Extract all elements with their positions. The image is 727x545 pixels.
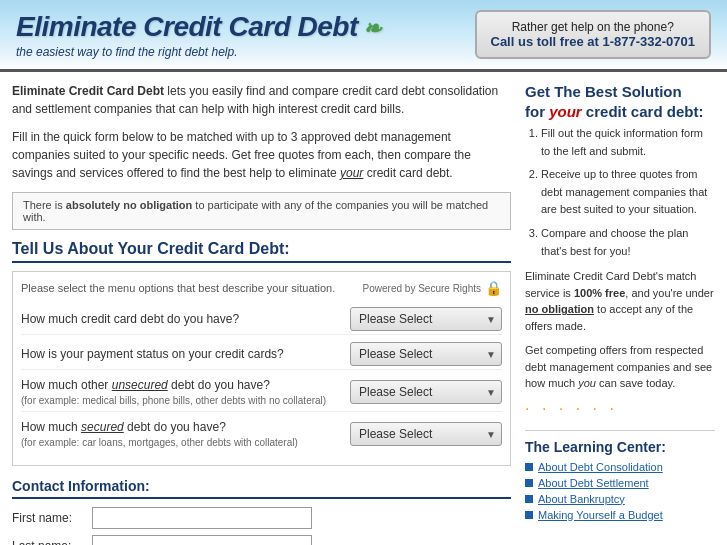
debt-amount-select[interactable]: Please Select: [350, 307, 502, 331]
secured-debt-sublabel: (for example: car loans, mortgages, othe…: [21, 436, 342, 450]
secure-badge: Powered by Secure Rights 🔒: [363, 280, 502, 296]
logo-leaf: ❧: [358, 16, 381, 41]
debt-form: Please select the menu options that best…: [12, 271, 511, 466]
step-3: Compare and choose the plan that's best …: [541, 225, 715, 260]
first-name-input[interactable]: [92, 507, 312, 529]
link-debt-consolidation[interactable]: About Debt Consolidation: [538, 461, 663, 473]
debt-amount-row: How much credit card debt do you have? P…: [21, 304, 502, 335]
intro-bold: Eliminate Credit Card Debt: [12, 84, 164, 98]
intro-paragraph1: Eliminate Credit Card Debt lets you easi…: [12, 82, 511, 118]
main-layout: Eliminate Credit Card Debt lets you easi…: [0, 72, 727, 545]
link-debt-settlement[interactable]: About Debt Settlement: [538, 477, 649, 489]
unsecured-debt-sublabel: (for example: medical bills, phone bills…: [21, 394, 342, 408]
match-info: Eliminate Credit Card Debt's match servi…: [525, 268, 715, 334]
list-item: About Bankruptcy: [525, 493, 715, 505]
payment-status-select[interactable]: Please Select: [350, 342, 502, 366]
lock-icon: 🔒: [485, 280, 502, 296]
debt-amount-label: How much credit card debt do you have?: [21, 311, 350, 328]
match-info-2: Get competing offers from respected debt…: [525, 342, 715, 392]
payment-status-select-wrapper: Please Select ▼: [350, 342, 502, 366]
unsecured-debt-label: How much other unsecured debt do you hav…: [21, 377, 350, 408]
last-name-label: Last name:: [12, 539, 92, 545]
phone-number: Call us toll free at 1-877-332-0701: [491, 34, 696, 49]
payment-status-label: How is your payment status on your credi…: [21, 346, 350, 363]
form-hint: Please select the menu options that best…: [21, 282, 335, 294]
logo-subtitle: the easiest way to find the right debt h…: [16, 45, 381, 59]
contact-title: Contact Information:: [12, 478, 511, 499]
step-2: Receive up to three quotes from debt man…: [541, 166, 715, 219]
best-solution-box: Get The Best Solution for your credit ca…: [525, 82, 715, 418]
logo-title: Eliminate Credit Card Debt ❧: [16, 11, 381, 43]
link-bankruptcy[interactable]: About Bankruptcy: [538, 493, 625, 505]
form-section-title: Tell Us About Your Credit Card Debt:: [12, 240, 511, 263]
phone-line1: Rather get help on the phone?: [491, 20, 696, 34]
learning-center: The Learning Center: About Debt Consolid…: [525, 430, 715, 521]
last-name-row: Last name:: [12, 535, 511, 545]
intro-paragraph2: Fill in the quick form below to be match…: [12, 128, 511, 182]
obligation-prefix: There is: [23, 199, 66, 211]
unsecured-debt-select-wrapper: Please Select ▼: [350, 380, 502, 404]
obligation-bold: absolutely no obligation: [66, 199, 193, 211]
no-obligation-bold: no obligation: [525, 303, 594, 315]
you-italic: you: [578, 377, 596, 389]
first-name-label: First name:: [12, 511, 92, 525]
best-solution-steps: Fill out the quick information form to t…: [525, 125, 715, 260]
phone-box: Rather get help on the phone? Call us to…: [475, 10, 712, 59]
learning-center-title: The Learning Center:: [525, 439, 715, 455]
secured-debt-row: How much secured debt do you have? (for …: [21, 416, 502, 453]
list-item: About Debt Settlement: [525, 477, 715, 489]
best-solution-title: Get The Best Solution for your credit ca…: [525, 82, 715, 121]
page-header: Eliminate Credit Card Debt ❧ the easiest…: [0, 0, 727, 72]
bullet-icon: [525, 495, 533, 503]
unsecured-debt-select[interactable]: Please Select: [350, 380, 502, 404]
secure-label: Powered by Secure Rights: [363, 283, 481, 294]
dots-divider: · · · · · ·: [525, 400, 715, 418]
learning-center-links: About Debt Consolidation About Debt Sett…: [525, 461, 715, 521]
payment-status-row: How is your payment status on your credi…: [21, 339, 502, 370]
form-hint-row: Please select the menu options that best…: [21, 280, 502, 296]
link-budget[interactable]: Making Yourself a Budget: [538, 509, 663, 521]
secured-debt-label: How much secured debt do you have? (for …: [21, 419, 350, 450]
bullet-icon: [525, 479, 533, 487]
first-name-row: First name:: [12, 507, 511, 529]
logo-text: Eliminate Credit Card Debt: [16, 11, 358, 42]
debt-amount-select-wrapper: Please Select ▼: [350, 307, 502, 331]
logo-area: Eliminate Credit Card Debt ❧ the easiest…: [16, 11, 381, 59]
last-name-input[interactable]: [92, 535, 312, 545]
bullet-icon: [525, 511, 533, 519]
step-1: Fill out the quick information form to t…: [541, 125, 715, 160]
secured-debt-select-wrapper: Please Select ▼: [350, 422, 502, 446]
your-italic: your: [549, 103, 582, 120]
right-column: Get The Best Solution for your credit ca…: [525, 82, 715, 525]
list-item: Making Yourself a Budget: [525, 509, 715, 521]
contact-section: Contact Information: First name: Last na…: [12, 478, 511, 545]
free-bold: 100% free: [574, 287, 625, 299]
obligation-box: There is absolutely no obligation to par…: [12, 192, 511, 230]
secured-debt-select[interactable]: Please Select: [350, 422, 502, 446]
list-item: About Debt Consolidation: [525, 461, 715, 473]
unsecured-debt-row: How much other unsecured debt do you hav…: [21, 374, 502, 412]
left-column: Eliminate Credit Card Debt lets you easi…: [12, 82, 511, 545]
bullet-icon: [525, 463, 533, 471]
